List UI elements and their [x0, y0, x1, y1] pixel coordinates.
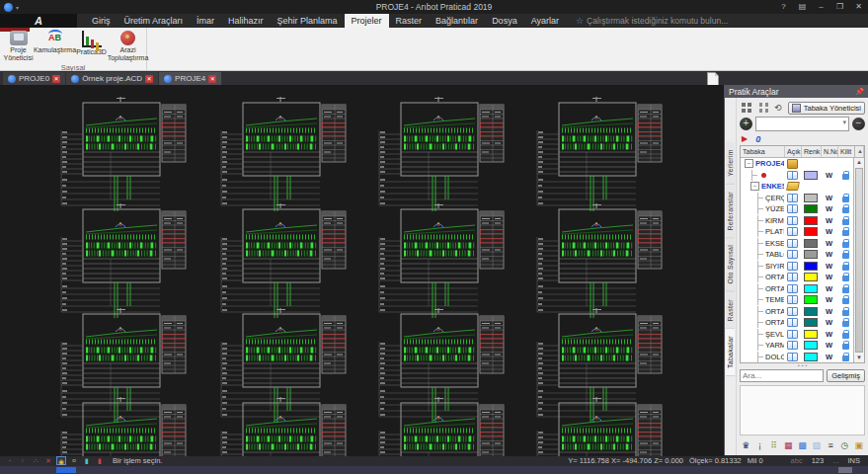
layer-color-swatch[interactable] — [801, 353, 821, 361]
indicator-ins[interactable]: INS — [847, 456, 860, 465]
panel-tab-yerlerim[interactable]: Yerlerim — [726, 142, 735, 185]
layer-row-y-zey[interactable]: YÜZEYW — [741, 203, 853, 215]
layer-row-proje4[interactable]: −PROJE4 — [741, 158, 853, 170]
column-header-n-no[interactable]: N.No — [822, 146, 838, 157]
layer-on-toggle[interactable] — [784, 239, 801, 248]
layer-color-swatch[interactable] — [801, 341, 821, 350]
layer-on-toggle[interactable] — [784, 295, 801, 304]
freeze-all-icon[interactable]: ♛ — [740, 438, 751, 452]
image-icon[interactable]: ▣ — [853, 438, 865, 452]
layer-freeze-toggle[interactable]: W — [821, 307, 837, 316]
layer-color-swatch[interactable] — [801, 318, 821, 327]
expand-collapse-icon[interactable]: − — [745, 159, 753, 168]
column-header-kilit[interactable]: Kilit — [838, 146, 854, 157]
layer-on-toggle[interactable] — [784, 318, 801, 327]
osnap-active-icon[interactable]: ◉ — [56, 456, 66, 465]
layer-row-evler[interactable]: ŞEVLERW — [741, 329, 853, 341]
menu-ehir-planlama[interactable]: Şehir Planlama — [271, 14, 345, 28]
layer-color-swatch[interactable] — [801, 330, 821, 339]
isolate-icon[interactable]: ¡ — [753, 438, 765, 452]
layer-row-orta-re[interactable]: ORTA RE...W — [741, 283, 853, 295]
menu-retim-ara-lar[interactable]: Üretim Araçları — [118, 14, 191, 28]
command-search[interactable]: ☆ Çalıştırmak istediğiniz komutu bulun..… — [576, 14, 728, 28]
snap-two-icon[interactable]: ∶ — [18, 456, 28, 465]
layer-on-toggle[interactable] — [784, 273, 801, 281]
layer-color-swatch[interactable] — [801, 250, 821, 259]
layer-freeze-toggle[interactable]: W — [821, 250, 837, 259]
layer-on-toggle[interactable] — [784, 250, 801, 259]
menu-projeler[interactable]: Projeler — [345, 14, 389, 28]
close-tab-icon[interactable]: ✕ — [208, 75, 216, 83]
layer-on-toggle[interactable] — [784, 341, 801, 350]
layer-row-platform[interactable]: PLATFORMW — [741, 226, 853, 238]
layer-lock-toggle[interactable] — [837, 216, 853, 225]
hatch-blue-icon[interactable]: ▩ — [796, 438, 808, 452]
add-filter-button[interactable]: + — [740, 118, 752, 130]
layer-freeze-toggle[interactable]: W — [821, 330, 837, 339]
layer-lock-toggle[interactable] — [837, 194, 853, 202]
layer-color-swatch[interactable] — [801, 307, 821, 316]
layer-freeze-toggle[interactable]: W — [821, 295, 837, 304]
close-button[interactable]: ✕ — [849, 0, 868, 14]
close-tab-icon[interactable]: ✕ — [145, 75, 153, 83]
snap-three-icon[interactable]: ∴ — [31, 456, 40, 465]
ribbon-toggle-button[interactable]: ▤ — [793, 0, 812, 14]
document-tab-proje0[interactable]: PROJE0✕ — [3, 72, 65, 85]
layer-filter-select[interactable] — [755, 117, 849, 131]
layer-on-toggle[interactable] — [784, 182, 801, 191]
layer-row-orta-bo[interactable]: ORTA BO...W — [741, 317, 853, 329]
layer-on-toggle[interactable] — [784, 284, 801, 293]
layer-on-toggle[interactable] — [784, 159, 801, 169]
drawing-sheet-r1c4[interactable] — [537, 97, 662, 211]
layer-row-temeller[interactable]: TEMELLERW — [741, 294, 853, 306]
panel-tab-tabakalar[interactable]: Tabakalar — [726, 329, 735, 376]
ribbon-button-kamula-t-rma[interactable]: ABKamulaştırma — [37, 31, 73, 54]
layer-on-toggle[interactable] — [784, 227, 801, 236]
layer-color-swatch[interactable] — [801, 216, 821, 225]
indicator-abc[interactable]: abc — [791, 456, 803, 465]
pan-icon[interactable]: ⟲ — [774, 103, 782, 113]
help-button[interactable]: ? — [774, 0, 793, 14]
layer-lock-toggle[interactable] — [837, 239, 853, 248]
layer-lock-toggle[interactable] — [837, 284, 853, 293]
restore-button[interactable]: ❒ — [830, 0, 849, 14]
canvas-svg[interactable] — [0, 85, 724, 456]
column-header-tabaka[interactable]: Tabaka — [741, 146, 785, 157]
layer-freeze-toggle[interactable]: W — [821, 194, 837, 202]
menu-raster[interactable]: Raster — [389, 14, 430, 28]
layer-search-input[interactable] — [740, 369, 824, 382]
menu-i-mar[interactable]: İmar — [190, 14, 221, 28]
app-logo[interactable]: A — [0, 14, 77, 28]
expand-collapse-icon[interactable]: − — [750, 182, 759, 191]
document-tab-rnek-proje-acd[interactable]: Örnek proje.ACD✕ — [66, 72, 158, 85]
drawing-sheet-r1c2[interactable] — [221, 97, 346, 211]
measure-icon[interactable]: ¤ — [69, 456, 79, 465]
close-tab-icon[interactable]: ✕ — [52, 75, 60, 83]
layer-color-swatch[interactable] — [801, 284, 821, 293]
layer-color-swatch[interactable] — [801, 194, 821, 202]
layer-color-swatch[interactable] — [801, 204, 821, 213]
clear-snap-icon[interactable]: ✕ — [43, 456, 53, 465]
drawing-sheet-r4c2[interactable] — [221, 397, 346, 456]
layer-lock-toggle[interactable] — [837, 273, 853, 281]
ribbon-button-pratica3d[interactable]: Pratica3D — [73, 31, 110, 56]
advanced-search-button[interactable]: Gelişmiş — [827, 369, 865, 382]
scroll-down-icon[interactable]: ▼ — [854, 354, 864, 362]
layer-color-swatch[interactable] — [801, 273, 821, 281]
quick-access-caret-icon[interactable]: ▾ — [16, 4, 19, 11]
panel-tab-oto-say-sal[interactable]: Oto Sayısal — [726, 238, 735, 291]
drawing-sheet-r4c4[interactable] — [537, 397, 662, 456]
column-header-renk[interactable]: Renk — [802, 146, 822, 157]
layer-freeze-toggle[interactable]: W — [821, 171, 837, 180]
layer-manager-button[interactable]: Tabaka Yöneticisi — [788, 102, 865, 115]
layer-row-unnamed-1[interactable]: W — [741, 170, 853, 182]
layer-row-yarma[interactable]: YARMA Ş...W — [741, 340, 853, 352]
column-header-a-k[interactable]: Açık — [785, 146, 802, 157]
layer-row-enkesi-t[interactable]: −ENKESİT — [741, 181, 853, 193]
layer-freeze-toggle[interactable]: W — [821, 216, 837, 225]
layer-lock-toggle[interactable] — [837, 227, 853, 236]
point-mode-icon[interactable]: · — [5, 456, 15, 465]
layer-freeze-toggle[interactable]: W — [821, 227, 837, 236]
quick-access-toolbar[interactable]: ▾ — [0, 3, 19, 12]
layer-lock-toggle[interactable] — [837, 204, 853, 213]
